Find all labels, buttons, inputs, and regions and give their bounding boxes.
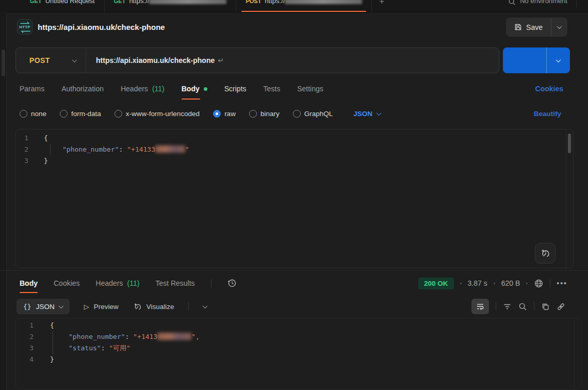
- mode-form-data[interactable]: form-data: [60, 110, 101, 118]
- body-content-dot-icon: [204, 87, 207, 91]
- save-label: Save: [526, 23, 543, 31]
- tab-headers[interactable]: Headers (11): [121, 76, 165, 101]
- request-header: HTTP https://api.xiaomu.uk/check-phone S…: [7, 12, 588, 42]
- divider: [550, 279, 550, 287]
- globe-icon[interactable]: [534, 279, 544, 288]
- chevron-down-icon: [58, 303, 63, 308]
- mode-binary[interactable]: binary: [249, 110, 280, 118]
- radio-icon[interactable]: [20, 110, 27, 118]
- code-line[interactable]: 2 "phone_number": "+14133": [16, 144, 573, 155]
- response-tab-cookies[interactable]: Cookies: [54, 273, 80, 293]
- method-badge: POST: [246, 0, 261, 5]
- method-chevron-icon[interactable]: [72, 57, 77, 62]
- line-number: 2: [16, 331, 46, 343]
- more-options-icon[interactable]: •••: [557, 279, 567, 287]
- tab-authorization[interactable]: Authorization: [61, 76, 104, 101]
- language-dropdown[interactable]: JSON: [353, 110, 381, 118]
- editor-scrollbar-track[interactable]: [574, 318, 581, 389]
- environment-label: No environment: [520, 0, 567, 6]
- response-time[interactable]: 3.87 s: [468, 279, 487, 287]
- request-tab-1[interactable]: GET Untitled Request: [21, 0, 105, 12]
- mode-x-www-form-urlencoded[interactable]: x-www-form-urlencoded: [115, 110, 200, 118]
- play-icon: ▷: [84, 303, 89, 311]
- radio-icon[interactable]: [60, 110, 68, 118]
- request-body-editor[interactable]: 1 { 2 "phone_number": "+14133" 3 }: [15, 129, 574, 268]
- search-button[interactable]: [518, 302, 527, 311]
- history-icon[interactable]: [227, 279, 237, 288]
- collapsed-sidebar[interactable]: [0, 12, 7, 390]
- method-badge: GET: [30, 0, 42, 5]
- postbot-sparkle-icon: [540, 248, 550, 258]
- copy-button[interactable]: [541, 302, 550, 311]
- indent-guide: [50, 144, 51, 155]
- tab-title: Untitled Request: [45, 0, 95, 6]
- request-response-divider[interactable]: [0, 270, 588, 271]
- mode-none[interactable]: none: [20, 110, 46, 118]
- beautify-link[interactable]: Beautify: [534, 102, 561, 125]
- code-line[interactable]: 3 }: [16, 155, 573, 167]
- send-label[interactable]: [503, 47, 546, 73]
- tab-scripts[interactable]: Scripts: [224, 76, 247, 101]
- mode-graphql[interactable]: GraphQL: [293, 110, 333, 118]
- line-number: 3: [16, 155, 42, 167]
- tab-body[interactable]: Body: [182, 76, 207, 101]
- scrollbar-thumb[interactable]: [568, 134, 571, 153]
- line-number: 1: [16, 320, 46, 331]
- json-key: "phone_number": [69, 333, 125, 340]
- response-tab-body[interactable]: Body: [20, 273, 38, 293]
- redacted-url: [149, 0, 226, 4]
- code-line[interactable]: 4 }: [16, 354, 581, 365]
- divider: [188, 302, 189, 311]
- body-mode-row: none form-data x-www-form-urlencoded raw…: [7, 102, 588, 125]
- response-headers-count: (11): [127, 279, 140, 287]
- preview-button[interactable]: ▷ Preview: [84, 303, 119, 311]
- json-value: "可用": [109, 344, 130, 352]
- save-options-button[interactable]: [551, 18, 567, 37]
- save-button[interactable]: Save: [506, 18, 567, 37]
- chevron-down-icon[interactable]: [203, 303, 208, 308]
- send-button[interactable]: [503, 47, 570, 73]
- json-value: "+1413: [133, 333, 157, 340]
- json-key: "phone_number": [62, 145, 119, 153]
- code-line[interactable]: 2 "phone_number": "+1413",: [16, 331, 581, 343]
- response-format-dropdown[interactable]: {} JSON: [17, 299, 70, 314]
- redacted-url: [285, 0, 362, 4]
- request-tab-2[interactable]: GET https://: [105, 0, 237, 12]
- radio-icon[interactable]: [249, 110, 257, 118]
- code-line[interactable]: 3 "status": "可用": [16, 343, 581, 354]
- cookies-link[interactable]: Cookies: [535, 76, 563, 101]
- word-wrap-icon: [476, 302, 484, 311]
- send-options-button[interactable]: [546, 47, 570, 73]
- tab-settings[interactable]: Settings: [297, 76, 323, 101]
- divider: [534, 302, 534, 311]
- filter-button[interactable]: [503, 302, 512, 311]
- search-icon: [518, 302, 527, 311]
- request-tab-3-active[interactable]: POST https://: [236, 0, 372, 12]
- response-body-viewer[interactable]: 1 { 2 "phone_number": "+1413", 3 "status…: [15, 318, 582, 390]
- editor-scrollbar-track[interactable]: [566, 129, 573, 268]
- sidebar-scroll-thumb[interactable]: [2, 50, 5, 76]
- tab-params[interactable]: Params: [20, 76, 44, 101]
- json-key: "status": [69, 344, 101, 352]
- radio-icon[interactable]: [293, 110, 301, 118]
- radio-icon[interactable]: [115, 110, 122, 118]
- postbot-button[interactable]: [535, 243, 556, 264]
- environment-quicklook-icon: [508, 0, 516, 6]
- visualize-button[interactable]: Visualize: [133, 302, 174, 311]
- link-button[interactable]: [557, 302, 565, 311]
- tab-tests[interactable]: Tests: [264, 76, 281, 101]
- method-selector[interactable]: POST: [16, 56, 73, 64]
- headers-count: (11): [152, 85, 165, 93]
- new-tab-button[interactable]: +: [379, 0, 384, 7]
- code-line[interactable]: 1 {: [16, 133, 573, 144]
- response-size[interactable]: 620 B: [501, 279, 520, 287]
- response-tab-test-results[interactable]: Test Results: [155, 273, 194, 293]
- mode-raw-selected[interactable]: raw: [213, 110, 236, 118]
- word-wrap-button[interactable]: [471, 299, 489, 314]
- url-input[interactable]: https://api.xiaomu.uk/check-phone: [96, 56, 215, 64]
- environment-selector[interactable]: No environment: [508, 0, 567, 6]
- status-badge[interactable]: 200 OK: [418, 278, 454, 289]
- response-tab-headers[interactable]: Headers (11): [96, 273, 140, 293]
- code-line[interactable]: 1 {: [16, 320, 581, 331]
- radio-selected-icon[interactable]: [213, 110, 221, 118]
